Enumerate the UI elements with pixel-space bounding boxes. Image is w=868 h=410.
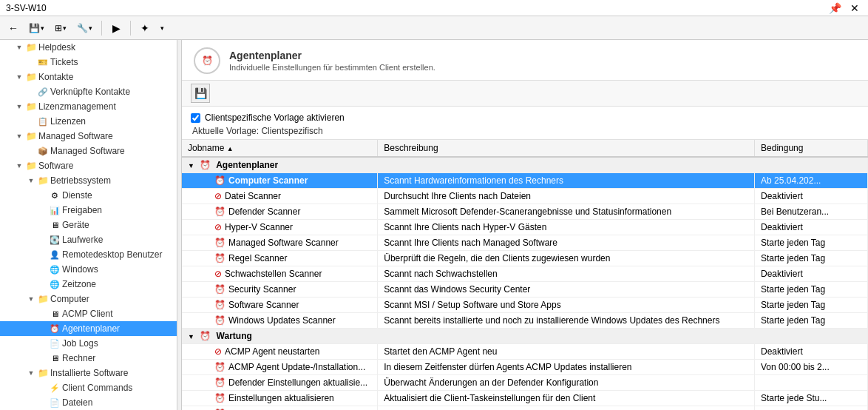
sidebar-item-geraete[interactable]: 🖥 Geräte — [0, 218, 177, 232]
table-row[interactable]: ⏰Einstellungen aktualisieren Aktualisier… — [182, 391, 868, 406]
clock-icon: ⏰ — [49, 324, 61, 334]
sidebar-item-windows[interactable]: 🌐 Windows — [0, 262, 177, 277]
row-bedingung: Starte jeden Tag — [755, 235, 868, 251]
sidebar-item-joblogs[interactable]: 📄 Job Logs — [0, 336, 177, 351]
grid-dropdown[interactable]: ⊞ ▾ — [51, 21, 70, 36]
folder-icon: 📁 — [25, 72, 37, 82]
sidebar-item-helpdesk[interactable]: ▼ 📁 Helpdesk — [0, 40, 177, 55]
freigaben-icon: 📊 — [49, 206, 61, 215]
group-clock-icon: ⏰ — [200, 160, 211, 170]
sidebar-item-label: Windows — [61, 264, 98, 275]
row-bedingung: Starte jeden Tag — [755, 313, 868, 329]
col-bedingung-header[interactable]: Bedingung — [755, 140, 868, 157]
row-name: Datei Scanner — [225, 191, 281, 201]
table-container[interactable]: Jobname Beschreibung Bedingung ▼ ⏰ Agent… — [182, 140, 868, 410]
sidebar-item-label: Remotedesktop Benutzer — [61, 249, 162, 260]
sidebar-item-computer-group[interactable]: ▼ 📁 Computer — [0, 292, 177, 306]
sidebar-item-managed-software[interactable]: 📦 Managed Software — [0, 144, 177, 158]
sidebar-item-rechner[interactable]: 🖥 Rechner — [0, 351, 177, 366]
sidebar-item-freigaben[interactable]: 📊 Freigaben — [0, 203, 177, 218]
sidebar-item-acmp[interactable]: 🖥 ACMP Client — [0, 306, 177, 321]
table-row[interactable]: ⏰Job Scanner Sammelt Informationen über … — [182, 406, 868, 411]
stop-icon: ⊘ — [214, 346, 222, 357]
row-beschreibung: Scannt das Windows Security Center — [378, 282, 755, 298]
sidebar-item-verknuepfte[interactable]: 🔗 Verknüpfte Kontakte — [0, 84, 177, 99]
row-beschreibung: Sammelt Informationen über verknüpfte un… — [378, 406, 755, 411]
sidebar-item-lizenzen[interactable]: 📋 Lizenzen — [0, 114, 177, 129]
table-group-row[interactable]: ▼ ⏰ Agentenplaner — [182, 157, 868, 173]
close-icon[interactable]: ✕ — [847, 2, 862, 14]
row-bedingung: Ab 25.04.202... — [755, 173, 868, 189]
play-button[interactable]: ▶ — [107, 19, 125, 37]
expand-icon: ▼ — [25, 177, 37, 184]
back-button[interactable]: ← — [4, 19, 22, 37]
save-dropdown[interactable]: 💾 ▾ — [25, 21, 48, 36]
sidebar-item-kontakte[interactable]: ▼ 📁 Kontakte — [0, 70, 177, 84]
clock-icon: ⏰ — [214, 175, 226, 186]
col-jobname-header[interactable]: Jobname — [182, 140, 378, 157]
table-row[interactable]: ⏰Security Scanner Scannt das Windows Sec… — [182, 282, 868, 298]
table-row[interactable]: ⊘Schwachstellen Scanner Scannt nach Schw… — [182, 266, 868, 282]
sidebar-item-label: Lizenzmanagement — [37, 101, 116, 112]
star-dropdown[interactable]: ▾ — [157, 22, 168, 34]
row-beschreibung: Sammelt Microsoft Defender-Scanerangebni… — [378, 204, 755, 220]
content-area: ⏰ Agentenplaner Individuelle Einstellung… — [182, 40, 868, 410]
table-row[interactable]: ⊘ACMP Agent neustarten Startet den ACMP … — [182, 344, 868, 360]
row-bedingung: Starte jeden Tag — [755, 298, 868, 313]
expand-icon: ▼ — [25, 369, 37, 377]
clock-icon: ⏰ — [214, 300, 226, 310]
sidebar-item-agentenplaner[interactable]: ⏰ Agentenplaner — [0, 321, 177, 336]
table-row[interactable]: ⊘Datei Scanner Durchsucht Ihre Clients n… — [182, 189, 868, 204]
pin-icon[interactable]: 📌 — [826, 2, 844, 14]
row-bedingung: Deaktiviert — [755, 344, 868, 360]
table-row[interactable]: ⏰Software Scanner Scannt MSI / Setup Sof… — [182, 298, 868, 313]
table-row[interactable]: ⏰Windows Updates Scanner Scannt bereits … — [182, 313, 868, 329]
sidebar-item-label: Installierte Software — [49, 368, 128, 378]
group-name-label: Wartung — [217, 331, 252, 341]
table-row[interactable]: ⊘Hyper-V Scanner Scannt Ihre Clients nac… — [182, 220, 868, 235]
table-row[interactable]: ⏰ACMP Agent Update-/Installation... In d… — [182, 360, 868, 375]
col-jobname-label: Jobname — [188, 143, 224, 153]
table-row[interactable]: ⏰Computer Scanner Scannt Hardwareinforma… — [182, 173, 868, 189]
table-group-row[interactable]: ▼ ⏰ Wartung — [182, 329, 868, 344]
table-row[interactable]: ⏰Defender Einstellungen aktualisie... Üb… — [182, 375, 868, 391]
sidebar-item-label: Job Logs — [61, 338, 98, 349]
sidebar-item-label: Freigaben — [61, 205, 102, 215]
folder-icon: 📁 — [25, 131, 37, 141]
sidebar-item-software[interactable]: ▼ 📁 Software — [0, 158, 177, 173]
row-bedingung — [755, 375, 868, 391]
group-clock-icon: ⏰ — [200, 331, 211, 341]
network-dropdown[interactable]: 🔧 ▾ — [73, 21, 96, 36]
geraete-icon: 🖥 — [49, 221, 61, 229]
clock-icon: ⏰ — [214, 238, 226, 248]
sidebar-item-zeitzone[interactable]: 🌐 Zeitzone — [0, 277, 177, 292]
sidebar-item-installierte-group[interactable]: ▼ 📁 Installierte Software — [0, 366, 177, 380]
col-beschreibung-header[interactable]: Beschreibung — [378, 140, 755, 157]
clientspezifisch-checkbox[interactable] — [191, 113, 200, 123]
sidebar-item-dateien[interactable]: 📄 Dateien — [0, 395, 177, 410]
sidebar-item-laufwerke[interactable]: 💽 Laufwerke — [0, 232, 177, 247]
sidebar-item-lizenz[interactable]: ▼ 📁 Lizenzmanagement — [0, 99, 177, 114]
sidebar-item-client-commands[interactable]: ⚡ Client Commands — [0, 380, 177, 395]
sidebar-item-label: Software — [37, 161, 73, 171]
sidebar-item-betriebssystem[interactable]: ▼ 📁 Betriebssystem — [0, 173, 177, 188]
row-bedingung: Deaktiviert — [755, 189, 868, 204]
stop-icon: ⊘ — [214, 269, 222, 279]
network-dropdown-arrow: ▾ — [89, 24, 92, 32]
star-button[interactable]: ✦ — [136, 19, 154, 37]
sidebar-item-dienste[interactable]: ⚙ Dienste — [0, 188, 177, 203]
sidebar-item-remotedesktop[interactable]: 👤 Remotedesktop Benutzer — [0, 247, 177, 262]
sidebar-item-managed-group[interactable]: ▼ 📁 Managed Software — [0, 129, 177, 144]
grid-dropdown-arrow: ▾ — [63, 24, 67, 32]
table-row[interactable]: ⏰Managed Software Scanner Scannt Ihre Cl… — [182, 235, 868, 251]
save-button[interactable]: 💾 — [191, 84, 210, 103]
header-text: Agentenplaner Individuelle Einstellungen… — [229, 50, 435, 72]
table-row[interactable]: ⏰Defender Scanner Sammelt Microsoft Defe… — [182, 204, 868, 220]
table-row[interactable]: ⏰Regel Scanner Überprüft die Regeln, die… — [182, 251, 868, 266]
vorlage-text: Aktuelle Vorlage: Clientspezifisch — [192, 126, 323, 136]
folder-icon: 📁 — [37, 368, 49, 378]
sidebar-item-label: ACMP Client — [61, 309, 112, 319]
sidebar[interactable]: ▼ 📁 Helpdesk 🎫 Tickets ▼ 📁 Kontakte 🔗 Ve… — [0, 40, 177, 410]
sidebar-item-tickets[interactable]: 🎫 Tickets — [0, 55, 177, 70]
expand-icon: ▼ — [13, 103, 25, 110]
